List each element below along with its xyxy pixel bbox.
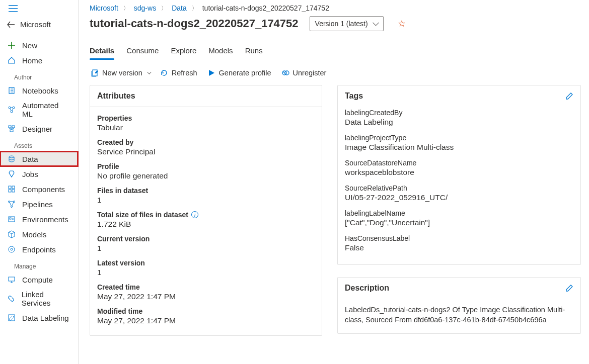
sidebar-item-linked-services[interactable]: Linked Services <box>0 287 78 310</box>
chevron-right-icon: 〉 <box>190 5 199 12</box>
components-icon <box>7 185 16 194</box>
version-select[interactable]: Version 1 (latest) <box>310 16 384 31</box>
sidebar-item-home[interactable]: Home <box>0 53 78 68</box>
svg-rect-9 <box>12 186 15 189</box>
sidebar-section-assets: Assets <box>0 139 78 151</box>
attribute-row: Files in dataset1 <box>97 184 315 208</box>
svg-rect-5 <box>12 126 15 128</box>
tab-details[interactable]: Details <box>90 43 114 60</box>
svg-point-17 <box>9 246 15 252</box>
jobs-icon <box>7 169 16 178</box>
tag-key: labelingLabelName <box>345 209 573 217</box>
sidebar-item-data[interactable]: Data <box>0 151 78 166</box>
sidebar-item-automl[interactable]: Automated ML <box>0 98 78 121</box>
sidebar-item-notebooks[interactable]: Notebooks <box>0 83 78 98</box>
svg-rect-11 <box>12 190 15 192</box>
attribute-label: Current version <box>97 235 315 243</box>
unregister-icon <box>281 69 289 77</box>
unregister-button[interactable]: Unregister <box>281 69 327 77</box>
attribute-row: Current version1 <box>97 232 315 256</box>
svg-rect-16 <box>10 218 11 219</box>
home-icon <box>7 56 16 65</box>
tag-value: False <box>345 243 573 252</box>
attribute-row: PropertiesTabular <box>97 111 315 135</box>
tab-explore[interactable]: Explore <box>171 43 196 60</box>
tag-row: HasConsensusLabelFalse <box>345 232 573 257</box>
new-version-icon <box>91 69 99 77</box>
sidebar-item-label: Models <box>22 230 46 239</box>
attribute-label: Created time <box>97 283 315 291</box>
tag-key: HasConsensusLabel <box>345 234 573 242</box>
sidebar-item-label: New <box>22 41 37 50</box>
breadcrumb: Microsoft 〉 sdg-ws 〉 Data 〉 tutorial-cat… <box>90 0 581 15</box>
endpoints-icon <box>7 245 16 254</box>
info-icon[interactable]: i <box>191 211 198 218</box>
breadcrumb-current: tutorial-cats-n-dogs2_20220527_174752 <box>202 4 329 12</box>
sidebar-item-compute[interactable]: Compute <box>0 272 78 287</box>
hamburger-icon <box>9 5 18 12</box>
sidebar-item-environments[interactable]: Environments <box>0 212 78 227</box>
attribute-label: Total size of files in dataseti <box>97 211 315 219</box>
attribute-row: Created timeMay 27, 2022 1:47 PM <box>97 280 315 304</box>
sidebar-item-pipelines[interactable]: Pipelines <box>0 197 78 212</box>
tab-consume[interactable]: Consume <box>126 43 159 60</box>
tenant-label: Microsoft <box>20 20 51 29</box>
attribute-row: Modified timeMay 27, 2022 1:47 PM <box>97 304 315 328</box>
sidebar-item-endpoints[interactable]: Endpoints <box>0 242 78 257</box>
tag-row: labelingCreatedByData Labeling <box>345 107 573 132</box>
breadcrumb-link[interactable]: Data <box>172 4 187 12</box>
sidebar: Microsoft New Home Author Notebooks Auto… <box>0 0 79 364</box>
svg-rect-10 <box>9 190 11 192</box>
sidebar-item-label: Automated ML <box>22 101 71 118</box>
attribute-row: Latest version1 <box>97 256 315 280</box>
svg-rect-19 <box>9 277 15 281</box>
attribute-label: Modified time <box>97 307 315 315</box>
generate-profile-button[interactable]: Generate profile <box>207 69 271 77</box>
edit-tags-button[interactable] <box>565 92 573 100</box>
tag-key: labelingProjectType <box>345 134 573 142</box>
sidebar-item-label: Designer <box>22 125 52 133</box>
sidebar-item-label: Home <box>22 56 42 65</box>
sidebar-item-components[interactable]: Components <box>0 181 78 197</box>
page-title: tutorial-cats-n-dogs2_20220527_174752 <box>90 17 299 30</box>
tenant-link[interactable]: Microsoft <box>0 16 78 34</box>
sidebar-item-models[interactable]: Models <box>0 227 78 242</box>
card-title: Attributes <box>97 92 135 101</box>
favorite-star-icon[interactable]: ☆ <box>398 18 406 29</box>
card-title: Description <box>345 284 389 293</box>
attribute-value: 1.722 KiB <box>97 220 315 229</box>
toolbar-label: Generate profile <box>219 69 271 77</box>
sidebar-item-label: Jobs <box>22 170 38 178</box>
attribute-value: 1 <box>97 244 315 253</box>
attribute-value: 1 <box>97 196 315 205</box>
breadcrumb-link[interactable]: sdg-ws <box>134 4 156 12</box>
refresh-button[interactable]: Refresh <box>160 69 197 77</box>
refresh-icon <box>160 69 168 77</box>
tag-value: UI/05-27-2022_052916_UTC/ <box>345 193 573 202</box>
attribute-value: No profile generated <box>97 171 315 180</box>
svg-point-18 <box>11 248 13 250</box>
play-icon <box>207 69 215 77</box>
tab-runs[interactable]: Runs <box>245 43 263 60</box>
toolbar-label: Refresh <box>172 69 197 77</box>
svg-point-3 <box>11 111 13 113</box>
new-version-button[interactable]: New version <box>91 69 150 77</box>
sidebar-item-data-labeling[interactable]: Data Labeling <box>0 310 78 325</box>
sidebar-item-new[interactable]: New <box>0 38 78 53</box>
hamburger-menu-button[interactable] <box>3 1 23 16</box>
sidebar-item-designer[interactable]: Designer <box>0 121 78 136</box>
edit-description-button[interactable] <box>565 284 573 292</box>
tag-key: SourceDatastoreName <box>345 159 573 167</box>
sidebar-item-label: Environments <box>22 215 68 224</box>
plus-icon <box>7 41 16 50</box>
tag-row: SourceDatastoreNameworkspaceblobstore <box>345 157 573 182</box>
breadcrumb-link[interactable]: Microsoft <box>90 4 118 12</box>
sidebar-item-label: Notebooks <box>22 86 58 95</box>
sidebar-section-author: Author <box>0 71 78 83</box>
chevron-right-icon: 〉 <box>121 5 131 12</box>
attribute-label: Created by <box>97 138 315 146</box>
sidebar-item-jobs[interactable]: Jobs <box>0 166 78 181</box>
description-text: LabeledDs_tutorial-cats-n-dogs2 Of Type … <box>338 299 580 333</box>
main-content: Microsoft 〉 sdg-ws 〉 Data 〉 tutorial-cat… <box>79 0 589 364</box>
tab-models[interactable]: Models <box>208 43 233 60</box>
